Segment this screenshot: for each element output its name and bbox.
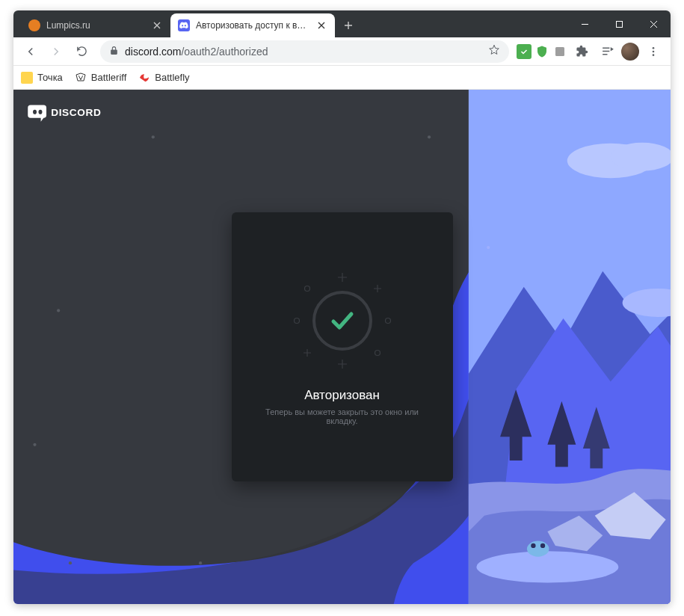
success-graphic bbox=[290, 268, 395, 373]
svg-point-21 bbox=[39, 110, 43, 114]
extensions-button[interactable] bbox=[570, 40, 593, 63]
svg-point-24 bbox=[375, 351, 380, 356]
svg-text:DISCORD: DISCORD bbox=[51, 107, 101, 118]
media-button[interactable] bbox=[596, 40, 618, 63]
svg-point-23 bbox=[304, 286, 309, 292]
url-text: discord.com/oauth2/authorized bbox=[125, 46, 268, 58]
svg-point-13 bbox=[57, 309, 60, 312]
close-icon[interactable] bbox=[315, 19, 327, 31]
bookmark-battlefly[interactable]: Battlefly bbox=[138, 72, 189, 84]
svg-point-29 bbox=[322, 342, 324, 344]
svg-point-2 bbox=[653, 47, 655, 49]
favicon-discord bbox=[178, 19, 190, 31]
window-controls bbox=[567, 10, 671, 37]
svg-point-9 bbox=[540, 543, 545, 548]
svg-point-28 bbox=[360, 298, 362, 301]
bookmark-battleriff[interactable]: Battleriff bbox=[75, 72, 126, 84]
svg-point-8 bbox=[531, 543, 535, 548]
extension-gray-icon[interactable] bbox=[552, 44, 567, 59]
reload-button[interactable] bbox=[70, 40, 93, 63]
maximize-button[interactable] bbox=[602, 10, 636, 37]
svg-point-25 bbox=[294, 318, 299, 324]
svg-rect-0 bbox=[616, 21, 622, 27]
tab-title: Авторизовать доступ к вашей у bbox=[196, 20, 309, 31]
page-content: DISCORD Авторизован bbox=[13, 90, 671, 604]
svg-point-6 bbox=[476, 551, 618, 582]
close-button[interactable] bbox=[636, 10, 671, 37]
tab-strip: Lumpics.ru Авторизовать доступ к вашей у bbox=[13, 10, 671, 37]
extension-check-icon[interactable] bbox=[517, 44, 532, 59]
svg-point-26 bbox=[385, 318, 390, 324]
tab-title: Lumpics.ru bbox=[46, 20, 145, 31]
svg-point-7 bbox=[527, 541, 549, 557]
forward-button[interactable] bbox=[45, 40, 67, 63]
svg-point-30 bbox=[360, 342, 362, 344]
svg-point-3 bbox=[653, 50, 655, 52]
svg-point-16 bbox=[199, 561, 202, 564]
svg-point-27 bbox=[322, 298, 324, 301]
folder-icon bbox=[21, 72, 33, 84]
svg-point-19 bbox=[487, 246, 490, 249]
discord-logo: DISCORD bbox=[27, 100, 120, 126]
browser-window: Lumpics.ru Авторизовать доступ к вашей у bbox=[13, 10, 671, 604]
svg-point-20 bbox=[33, 110, 37, 114]
tab-lumpics[interactable]: Lumpics.ru bbox=[21, 13, 170, 37]
menu-button[interactable] bbox=[642, 40, 665, 63]
battleriff-icon bbox=[75, 72, 87, 84]
tab-discord-auth[interactable]: Авторизовать доступ к вашей у bbox=[170, 13, 335, 37]
star-icon[interactable] bbox=[488, 44, 500, 59]
favicon-lumpics bbox=[28, 19, 40, 31]
svg-point-14 bbox=[33, 443, 36, 446]
svg-rect-1 bbox=[555, 47, 564, 56]
svg-point-4 bbox=[653, 54, 655, 56]
new-tab-button[interactable] bbox=[338, 15, 359, 36]
address-bar[interactable]: discord.com/oauth2/authorized bbox=[100, 40, 509, 63]
extension-shield-icon[interactable] bbox=[534, 44, 549, 59]
bookmark-tochka[interactable]: Точка bbox=[21, 72, 63, 84]
minimize-button[interactable] bbox=[567, 10, 602, 37]
profile-avatar[interactable] bbox=[621, 43, 639, 61]
checkmark-icon bbox=[327, 306, 357, 336]
toolbar: discord.com/oauth2/authorized bbox=[13, 37, 671, 66]
svg-point-17 bbox=[69, 561, 72, 564]
svg-point-15 bbox=[152, 135, 155, 138]
card-title: Авторизован bbox=[304, 388, 380, 403]
close-icon[interactable] bbox=[151, 19, 163, 31]
bookmarks-bar: Точка Battleriff Battlefly bbox=[13, 66, 671, 90]
card-subtitle: Теперь вы можете закрыть это окно или вк… bbox=[250, 407, 435, 425]
svg-point-18 bbox=[428, 135, 431, 138]
back-button[interactable] bbox=[19, 40, 42, 63]
battlefly-icon bbox=[138, 72, 150, 84]
auth-card: Авторизован Теперь вы можете закрыть это… bbox=[232, 212, 453, 481]
lock-icon bbox=[109, 45, 119, 58]
